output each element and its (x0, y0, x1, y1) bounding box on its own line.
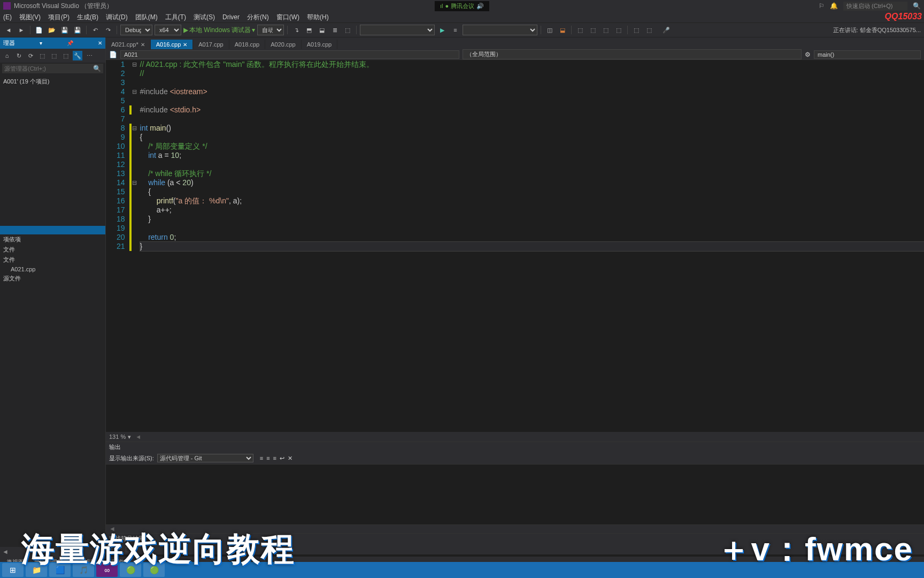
tree-item[interactable]: 源文件 (0, 273, 105, 284)
menu-analyze[interactable]: 分析(N) (247, 13, 269, 22)
menu-tools[interactable]: 工具(T) (165, 13, 186, 22)
menu-test[interactable]: 测试(S) (194, 13, 215, 22)
attach-button[interactable]: ▶ (437, 25, 448, 35)
fold-toggle[interactable]: ⊟ (132, 60, 138, 69)
fold-toggle[interactable] (132, 206, 138, 215)
start-button[interactable]: ⊞ (2, 563, 24, 577)
taskbar-app[interactable]: 🟢 (143, 563, 165, 577)
fold-toggle[interactable] (132, 96, 138, 105)
menu-team[interactable]: 团队(M) (135, 13, 158, 22)
file-tab[interactable]: A021.cpp*✕ (106, 40, 151, 49)
fold-toggle[interactable] (132, 78, 138, 87)
fold-toggle[interactable]: ⊟ (132, 178, 138, 187)
taskbar-app[interactable]: 🟢 (120, 563, 141, 577)
stack-button[interactable]: ≡ (450, 25, 460, 35)
fold-toggle[interactable] (132, 151, 138, 160)
tool-icon[interactable]: ⬚ (600, 25, 611, 35)
tool-icon[interactable]: ≡ (273, 455, 276, 461)
platform-select[interactable]: x64 (155, 25, 181, 35)
tool-icon[interactable]: ≡ (260, 455, 263, 461)
taskbar-vs[interactable]: ∞ (96, 563, 118, 577)
zoom-level[interactable]: 131 % (109, 434, 126, 440)
fold-toggle[interactable] (132, 69, 138, 78)
file-tab[interactable]: A017.cpp (193, 40, 229, 49)
sync-icon[interactable]: ⟳ (26, 51, 35, 60)
taskbar-app[interactable]: 🎵 (73, 563, 94, 577)
nav-fwd-button[interactable]: ► (16, 25, 27, 35)
tool-icon[interactable]: ≣ (329, 25, 340, 35)
notification-icon[interactable]: 🔔 (830, 2, 838, 10)
refresh-icon[interactable]: ↻ (14, 51, 24, 60)
menu-window[interactable]: 窗口(W) (276, 13, 299, 22)
fold-toggle[interactable] (132, 196, 138, 206)
fold-toggle[interactable]: ⊟ (132, 87, 138, 96)
fold-toggle[interactable] (132, 160, 138, 169)
menu-debug[interactable]: 调试(D) (106, 13, 128, 22)
tool-icon[interactable]: ⬚ (116, 545, 122, 553)
menu-edit[interactable]: (E) (3, 13, 12, 21)
config-select[interactable]: Debug (120, 25, 152, 35)
wrench-icon[interactable]: 🔧 (73, 51, 82, 60)
fold-toggle[interactable] (132, 242, 138, 251)
tree-item-file[interactable]: A021.cpp (0, 265, 105, 273)
file-tab[interactable]: A020.cpp (265, 40, 301, 49)
file-tab-active[interactable]: A016.cpp✕ (151, 40, 193, 49)
clear-icon[interactable]: ✕ (288, 455, 292, 462)
fold-toggle[interactable] (132, 142, 138, 151)
tool-icon[interactable]: ⬚ (588, 25, 598, 35)
menu-build[interactable]: 生成(B) (77, 13, 98, 22)
tool-icon[interactable]: ≡ (266, 455, 270, 461)
fold-toggle[interactable] (132, 187, 138, 196)
chevron-left-icon[interactable]: ◄ (106, 525, 116, 533)
close-icon[interactable]: ✕ (183, 42, 187, 48)
fold-toggle[interactable] (132, 133, 138, 142)
output-source-select[interactable]: 源代码管理 - Git (157, 454, 253, 462)
file-tab[interactable]: A018.cpp (229, 40, 265, 49)
tool-icon[interactable]: ⬚ (575, 25, 586, 35)
output-content[interactable] (106, 465, 924, 524)
tree-item[interactable]: 文件 (0, 255, 105, 265)
pin-icon[interactable]: 📌 (67, 40, 73, 46)
redo-button[interactable]: ↷ (103, 25, 113, 35)
mic-icon[interactable]: 🎤 (661, 25, 672, 35)
step-button[interactable]: ↴ (291, 25, 302, 35)
solution-search[interactable]: 🔍 (2, 64, 103, 73)
menu-help[interactable]: 帮助(H) (307, 13, 329, 22)
prop-icon[interactable]: ⬚ (49, 51, 59, 60)
tool-icon[interactable]: ⬚ (613, 25, 624, 35)
solution-search-input[interactable] (4, 65, 93, 72)
dropdown-icon[interactable]: ▾ (128, 434, 131, 440)
close-icon[interactable]: ✕ (98, 40, 102, 46)
flag-icon[interactable]: ⚐ (819, 2, 825, 10)
nav-back-button[interactable]: ◄ (3, 25, 14, 35)
tool-icon[interactable]: ⬚ (644, 25, 654, 35)
more-icon[interactable]: ⋯ (84, 51, 94, 60)
tool-icon[interactable]: ⬓ (557, 25, 568, 35)
fold-toggle[interactable] (132, 233, 138, 242)
menu-project[interactable]: 项目(P) (48, 13, 70, 22)
fold-toggle[interactable] (132, 224, 138, 233)
fold-toggle[interactable] (132, 169, 138, 178)
fold-toggle[interactable] (132, 115, 138, 124)
class-scope-select[interactable]: A021 (120, 50, 459, 59)
file-tab[interactable]: A019.cpp (302, 40, 337, 49)
undo-button[interactable]: ↶ (90, 25, 101, 35)
search-icon[interactable]: 🔍 (913, 2, 921, 10)
collapse-icon[interactable]: ◄ (2, 548, 9, 556)
menu-driver[interactable]: Driver (222, 13, 240, 21)
menu-view[interactable]: 视图(V) (19, 13, 41, 22)
dropdown-icon[interactable]: ▾ (40, 40, 42, 46)
taskbar-explorer[interactable]: 📁 (26, 563, 47, 577)
fold-toggle[interactable] (132, 215, 138, 224)
error-hint-bar[interactable]: ◄ (106, 524, 924, 533)
showall-icon[interactable]: ⬚ (37, 51, 47, 60)
home-icon[interactable]: ⌂ (2, 51, 12, 60)
tool-icon[interactable]: ≡ (109, 545, 113, 553)
member-select[interactable]: main() (814, 50, 921, 59)
quick-launch-input[interactable]: 快速启动 (Ctrl+Q) (843, 2, 907, 11)
tool-icon[interactable]: ⬚ (125, 545, 131, 553)
tree-item[interactable]: 文件 (0, 245, 105, 255)
proc-select[interactable] (360, 25, 435, 35)
thread-select[interactable] (463, 25, 537, 35)
run-debug-button[interactable]: ▶ 本地 Windows 调试器 ▾ (183, 26, 255, 35)
